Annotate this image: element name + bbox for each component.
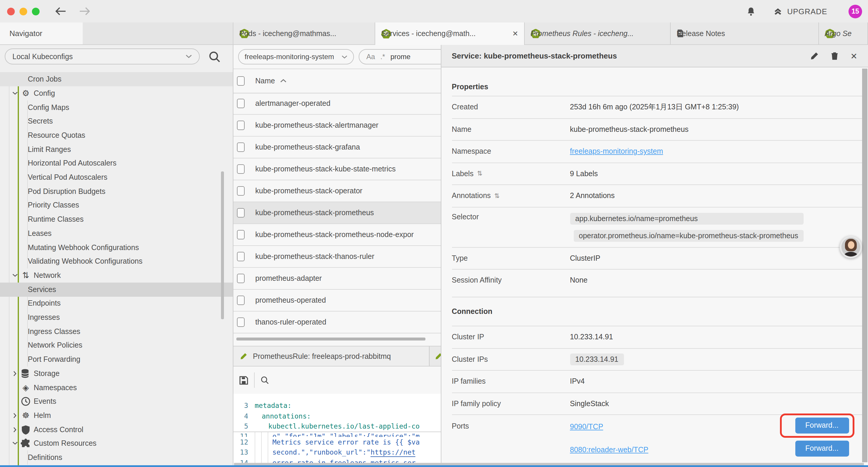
match-case-toggle[interactable]: Aa [366,53,375,61]
editor-tab-prometheusrule[interactable]: PrometheusRule: freeleaps-prod-rabbitmq [234,346,430,366]
sidebar-item-custom-resources[interactable]: Custom Resources [0,437,234,451]
table-row[interactable]: kube-prometheus-stack-kube-state-metrics [234,158,440,180]
sidebar-item-resource-quotas[interactable]: Resource Quotas [0,128,234,143]
code-link[interactable]: https://net [370,448,415,457]
filter-search-input[interactable]: Aa .* prome [359,49,441,64]
sort-toggle-icon[interactable]: ⇅ [494,192,500,200]
tab-navigator[interactable]: Navigator [0,23,83,44]
sidebar-item-runtime-classes[interactable]: Runtime Classes [0,212,234,226]
table-row[interactable]: prometheus-adapter [234,268,440,290]
table-row[interactable]: kube-prometheus-stack-alertmanager [234,115,440,137]
row-checkbox[interactable] [237,317,245,327]
forward-arrow-icon[interactable] [79,6,90,16]
regex-toggle[interactable]: .* [380,53,385,61]
table-row[interactable]: kube-prometheus-stack-thanos-ruler [234,246,440,268]
sidebar-item-ingress-classes[interactable]: Ingress Classes [0,324,234,339]
row-checkbox[interactable] [237,121,245,130]
port-link[interactable]: 9090/TCP [570,422,603,431]
port-link[interactable]: 8080:reloader-web/TCP [570,445,648,454]
sidebar-item-network[interactable]: ⇅Network [0,268,234,283]
close-tab-icon[interactable]: ✕ [509,30,518,38]
table-row[interactable]: prometheus-operated [234,290,440,312]
editor-tab-next[interactable] [430,346,441,366]
sidebar-item-ingresses[interactable]: Ingresses [0,310,234,324]
sidebar-item-cron-jobs[interactable]: Cron Jobs [0,72,234,86]
delete-trash-icon[interactable] [831,52,839,60]
table-row[interactable]: kube-prometheus-stack-prometheus-node-ex… [234,224,440,246]
detail-scrollbar[interactable] [862,68,867,462]
notifications-bell-icon[interactable] [746,6,756,16]
detail-horizontal-scrollbar[interactable] [234,463,864,465]
maximize-window-button[interactable] [32,7,39,15]
editor-search-icon[interactable] [260,375,270,385]
row-checkbox[interactable] [237,208,245,217]
sidebar-item-access-control[interactable]: Access Control [0,422,234,437]
row-checkbox[interactable] [237,296,245,305]
row-checkbox[interactable] [237,99,245,108]
sidebar-item-validating-webhook-configurations[interactable]: Validating Webhook Configurations [0,255,234,269]
sidebar-item-mutating-webhook-configurations[interactable]: Mutating Webhook Configurations [0,240,234,255]
save-icon[interactable] [239,375,249,385]
row-checkbox[interactable] [237,274,245,283]
kubeconfig-selector[interactable]: Local Kubeconfigs [5,49,200,64]
sidebar-item-config[interactable]: ⚙Config [0,86,234,100]
close-icon[interactable]: ✕ [850,51,857,61]
sidebar-item-namespaces[interactable]: ◈Namespaces [0,380,234,395]
tab-release-notes[interactable]: Release Notes [671,23,819,44]
sidebar-item-limit-ranges[interactable]: Limit Ranges [0,142,234,156]
sidebar-item-network-policies[interactable]: Network Policies [0,339,234,353]
chevron-down-icon[interactable] [12,90,18,97]
tab-argo-se[interactable]: ☸Argo Se [819,23,868,44]
sidebar-item-leases[interactable]: Leases [0,226,234,241]
namespace-link[interactable]: freeleaps-monitoring-system [570,147,663,156]
sidebar-item-storage[interactable]: Storage [0,367,234,381]
tab-services-icecheng-math[interactable]: ☸Services - icecheng@math...✕ [375,23,525,45]
table-row[interactable]: alertmanager-operated [234,93,440,115]
row-checkbox[interactable] [237,186,245,196]
forward-button[interactable]: Forward... [795,417,849,433]
close-window-button[interactable] [7,7,15,15]
back-arrow-icon[interactable] [55,6,67,16]
sidebar-item-definitions[interactable]: Definitions [0,450,234,465]
table-row[interactable]: kube-prometheus-stack-prometheus [234,202,440,224]
chevron-right-icon[interactable] [12,426,18,433]
chevron-down-icon[interactable] [12,272,18,279]
row-checkbox[interactable] [237,164,245,174]
row-checkbox[interactable] [237,252,245,261]
sidebar-item-services[interactable]: Services [0,282,234,296]
sort-ascending-icon[interactable] [280,79,287,83]
upgrade-button[interactable]: UPGRADE [773,7,827,16]
tab-pods-icecheng-mathmas[interactable]: ☸Pods - icecheng@mathmas... [234,23,375,44]
webcam-avatar-overlay[interactable] [840,236,862,258]
tab-prometheus-rules-icecheng[interactable]: ☸Prometheus Rules - icecheng... [525,23,671,44]
table-row[interactable]: kube-prometheus-stack-operator [234,180,440,202]
sidebar-item-port-forwarding[interactable]: Port Forwarding [0,352,234,367]
sidebar-item-horizontal-pod-autoscalers[interactable]: Horizontal Pod Autoscalers [0,156,234,171]
yaml-editor[interactable]: 3metadata:4annotations:5kubectl.kubernet… [234,394,440,467]
chevron-right-icon[interactable] [12,412,18,419]
table-row[interactable]: kube-prometheus-stack-grafana [234,137,440,158]
sort-toggle-icon[interactable]: ⇅ [477,170,483,178]
sidebar-item-priority-classes[interactable]: Priority Classes [0,198,234,212]
edit-pencil-icon[interactable] [810,52,819,60]
row-checkbox[interactable] [237,230,245,239]
row-checkbox[interactable] [237,143,245,152]
sidebar-item-vertical-pod-autoscalers[interactable]: Vertical Pod Autoscalers [0,170,234,184]
sidebar-item-secrets[interactable]: Secrets [0,114,234,128]
table-horizontal-scrollbar[interactable] [236,338,426,341]
sidebar-item-helm[interactable]: ☸Helm [0,408,234,423]
sidebar-item-endpoints[interactable]: Endpoints [0,296,234,311]
forward-button[interactable]: Forward... [795,440,849,456]
sidebar-item-config-maps[interactable]: Config Maps [0,100,234,114]
select-all-checkbox[interactable] [237,76,245,85]
sidebar-item-events[interactable]: Events [0,395,234,409]
sidebar-item-pod-disruption-budgets[interactable]: Pod Disruption Budgets [0,184,234,199]
table-row[interactable]: thanos-ruler-operated [234,312,440,333]
search-icon[interactable] [208,50,221,63]
sidebar-scrollbar[interactable] [221,171,224,319]
namespace-selector[interactable]: freeleaps-monitoring-system [238,49,354,64]
minimize-window-button[interactable] [20,7,27,15]
notification-count-badge[interactable]: 15 [848,4,862,18]
chevron-down-icon[interactable] [12,440,18,447]
name-column-header[interactable]: Name [255,77,275,85]
